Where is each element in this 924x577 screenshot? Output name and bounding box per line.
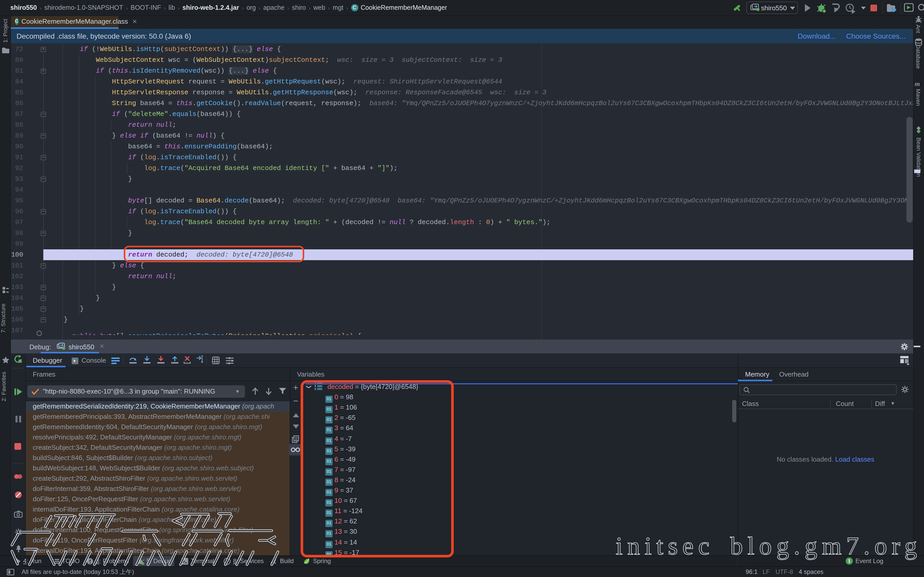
- svg-text:shiro550: shiro550: [761, 4, 787, 12]
